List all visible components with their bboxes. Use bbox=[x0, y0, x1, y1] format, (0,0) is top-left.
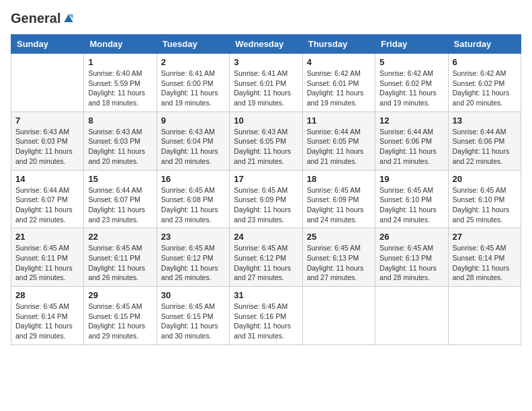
calendar-cell: 1Sunrise: 6:40 AMSunset: 5:59 PMDaylight… bbox=[84, 54, 157, 112]
calendar-cell: 11Sunrise: 6:44 AMSunset: 6:05 PMDayligh… bbox=[302, 111, 375, 170]
day-number: 14 bbox=[15, 174, 79, 184]
calendar-cell: 18Sunrise: 6:45 AMSunset: 6:09 PMDayligh… bbox=[302, 170, 375, 228]
calendar-table: SundayMondayTuesdayWednesdayThursdayFrid… bbox=[11, 34, 521, 345]
calendar-cell: 5Sunrise: 6:42 AMSunset: 6:02 PMDaylight… bbox=[375, 54, 448, 112]
calendar-cell bbox=[11, 54, 84, 112]
day-info: Sunrise: 6:45 AMSunset: 6:14 PMDaylight:… bbox=[15, 302, 79, 341]
day-number: 12 bbox=[380, 116, 443, 126]
day-number: 7 bbox=[15, 116, 79, 126]
day-number: 5 bbox=[380, 57, 443, 67]
day-number: 3 bbox=[234, 57, 298, 67]
calendar-cell bbox=[302, 287, 375, 345]
day-number: 31 bbox=[234, 290, 298, 300]
calendar-cell: 23Sunrise: 6:45 AMSunset: 6:12 PMDayligh… bbox=[157, 228, 229, 287]
calendar-cell: 15Sunrise: 6:44 AMSunset: 6:07 PMDayligh… bbox=[84, 170, 157, 228]
calendar-cell: 19Sunrise: 6:45 AMSunset: 6:10 PMDayligh… bbox=[375, 170, 448, 228]
day-number: 28 bbox=[15, 290, 79, 300]
day-number: 23 bbox=[161, 232, 225, 242]
day-info: Sunrise: 6:45 AMSunset: 6:14 PMDaylight:… bbox=[453, 243, 517, 283]
day-info: Sunrise: 6:44 AMSunset: 6:06 PMDaylight:… bbox=[380, 127, 443, 167]
day-info: Sunrise: 6:40 AMSunset: 5:59 PMDaylight:… bbox=[88, 68, 152, 108]
day-info: Sunrise: 6:45 AMSunset: 6:16 PMDaylight:… bbox=[234, 302, 298, 341]
calendar-cell: 14Sunrise: 6:44 AMSunset: 6:07 PMDayligh… bbox=[11, 170, 84, 228]
logo-icon bbox=[62, 12, 75, 26]
day-info: Sunrise: 6:45 AMSunset: 6:15 PMDaylight:… bbox=[161, 302, 225, 341]
day-number: 30 bbox=[161, 290, 225, 300]
day-info: Sunrise: 6:45 AMSunset: 6:13 PMDaylight:… bbox=[380, 243, 443, 283]
day-info: Sunrise: 6:45 AMSunset: 6:08 PMDaylight:… bbox=[161, 185, 225, 225]
calendar-header-row: SundayMondayTuesdayWednesdayThursdayFrid… bbox=[11, 35, 521, 54]
calendar-cell: 21Sunrise: 6:45 AMSunset: 6:11 PMDayligh… bbox=[11, 228, 84, 287]
calendar-cell: 22Sunrise: 6:45 AMSunset: 6:11 PMDayligh… bbox=[84, 228, 157, 287]
calendar-cell bbox=[375, 287, 448, 345]
day-number: 24 bbox=[234, 232, 298, 242]
day-number: 8 bbox=[88, 116, 152, 126]
day-info: Sunrise: 6:41 AMSunset: 6:01 PMDaylight:… bbox=[234, 68, 298, 108]
day-info: Sunrise: 6:42 AMSunset: 6:02 PMDaylight:… bbox=[453, 68, 517, 108]
weekday-header: Friday bbox=[375, 35, 448, 54]
day-info: Sunrise: 6:42 AMSunset: 6:01 PMDaylight:… bbox=[307, 68, 371, 108]
day-info: Sunrise: 6:43 AMSunset: 6:03 PMDaylight:… bbox=[88, 127, 152, 167]
calendar-cell: 28Sunrise: 6:45 AMSunset: 6:14 PMDayligh… bbox=[11, 287, 84, 345]
day-number: 17 bbox=[234, 174, 298, 184]
day-number: 2 bbox=[161, 57, 225, 67]
day-info: Sunrise: 6:44 AMSunset: 6:07 PMDaylight:… bbox=[88, 185, 152, 225]
day-number: 10 bbox=[234, 116, 298, 126]
calendar-cell: 7Sunrise: 6:43 AMSunset: 6:03 PMDaylight… bbox=[11, 111, 84, 170]
calendar-cell: 9Sunrise: 6:43 AMSunset: 6:04 PMDaylight… bbox=[157, 111, 229, 170]
day-number: 1 bbox=[88, 57, 152, 67]
weekday-header: Saturday bbox=[448, 35, 521, 54]
calendar-cell: 20Sunrise: 6:45 AMSunset: 6:10 PMDayligh… bbox=[448, 170, 521, 228]
day-number: 21 bbox=[15, 232, 79, 242]
day-info: Sunrise: 6:44 AMSunset: 6:05 PMDaylight:… bbox=[307, 127, 371, 167]
day-info: Sunrise: 6:41 AMSunset: 6:00 PMDaylight:… bbox=[161, 68, 225, 108]
day-info: Sunrise: 6:45 AMSunset: 6:09 PMDaylight:… bbox=[234, 185, 298, 225]
page-header: General bbox=[11, 11, 521, 26]
day-number: 16 bbox=[161, 174, 225, 184]
day-number: 9 bbox=[161, 116, 225, 126]
calendar-cell: 13Sunrise: 6:44 AMSunset: 6:06 PMDayligh… bbox=[448, 111, 521, 170]
day-info: Sunrise: 6:45 AMSunset: 6:09 PMDaylight:… bbox=[307, 185, 371, 225]
calendar-cell: 8Sunrise: 6:43 AMSunset: 6:03 PMDaylight… bbox=[84, 111, 157, 170]
weekday-header: Wednesday bbox=[230, 35, 302, 54]
calendar-cell: 16Sunrise: 6:45 AMSunset: 6:08 PMDayligh… bbox=[157, 170, 229, 228]
calendar-week-row: 1Sunrise: 6:40 AMSunset: 5:59 PMDaylight… bbox=[11, 54, 521, 112]
day-info: Sunrise: 6:44 AMSunset: 6:07 PMDaylight:… bbox=[15, 185, 79, 225]
weekday-header: Tuesday bbox=[157, 35, 229, 54]
day-info: Sunrise: 6:45 AMSunset: 6:13 PMDaylight:… bbox=[307, 243, 371, 283]
day-number: 11 bbox=[307, 116, 371, 126]
day-number: 29 bbox=[88, 290, 152, 300]
calendar-week-row: 14Sunrise: 6:44 AMSunset: 6:07 PMDayligh… bbox=[11, 170, 521, 228]
calendar-cell: 26Sunrise: 6:45 AMSunset: 6:13 PMDayligh… bbox=[375, 228, 448, 287]
day-number: 27 bbox=[453, 232, 517, 242]
day-info: Sunrise: 6:45 AMSunset: 6:12 PMDaylight:… bbox=[234, 243, 298, 283]
logo-general-text: General bbox=[11, 11, 60, 26]
weekday-header: Thursday bbox=[302, 35, 375, 54]
day-number: 6 bbox=[453, 57, 517, 67]
calendar-cell: 27Sunrise: 6:45 AMSunset: 6:14 PMDayligh… bbox=[448, 228, 521, 287]
day-number: 15 bbox=[88, 174, 152, 184]
weekday-header: Monday bbox=[84, 35, 157, 54]
day-number: 20 bbox=[453, 174, 517, 184]
calendar-cell: 31Sunrise: 6:45 AMSunset: 6:16 PMDayligh… bbox=[230, 287, 302, 345]
calendar-cell: 30Sunrise: 6:45 AMSunset: 6:15 PMDayligh… bbox=[157, 287, 229, 345]
day-number: 18 bbox=[307, 174, 371, 184]
day-info: Sunrise: 6:45 AMSunset: 6:11 PMDaylight:… bbox=[88, 243, 152, 283]
day-info: Sunrise: 6:43 AMSunset: 6:05 PMDaylight:… bbox=[234, 127, 298, 167]
day-info: Sunrise: 6:44 AMSunset: 6:06 PMDaylight:… bbox=[453, 127, 517, 167]
day-number: 13 bbox=[453, 116, 517, 126]
day-info: Sunrise: 6:42 AMSunset: 6:02 PMDaylight:… bbox=[380, 68, 443, 108]
day-info: Sunrise: 6:45 AMSunset: 6:15 PMDaylight:… bbox=[88, 302, 152, 341]
day-info: Sunrise: 6:45 AMSunset: 6:11 PMDaylight:… bbox=[15, 243, 79, 283]
calendar-week-row: 21Sunrise: 6:45 AMSunset: 6:11 PMDayligh… bbox=[11, 228, 521, 287]
calendar-cell: 17Sunrise: 6:45 AMSunset: 6:09 PMDayligh… bbox=[230, 170, 302, 228]
weekday-header: Sunday bbox=[11, 35, 84, 54]
day-info: Sunrise: 6:43 AMSunset: 6:03 PMDaylight:… bbox=[15, 127, 79, 167]
calendar-cell: 25Sunrise: 6:45 AMSunset: 6:13 PMDayligh… bbox=[302, 228, 375, 287]
calendar-week-row: 28Sunrise: 6:45 AMSunset: 6:14 PMDayligh… bbox=[11, 287, 521, 345]
day-number: 19 bbox=[380, 174, 443, 184]
calendar-week-row: 7Sunrise: 6:43 AMSunset: 6:03 PMDaylight… bbox=[11, 111, 521, 170]
calendar-cell: 4Sunrise: 6:42 AMSunset: 6:01 PMDaylight… bbox=[302, 54, 375, 112]
day-info: Sunrise: 6:45 AMSunset: 6:12 PMDaylight:… bbox=[161, 243, 225, 283]
day-info: Sunrise: 6:45 AMSunset: 6:10 PMDaylight:… bbox=[380, 185, 443, 225]
